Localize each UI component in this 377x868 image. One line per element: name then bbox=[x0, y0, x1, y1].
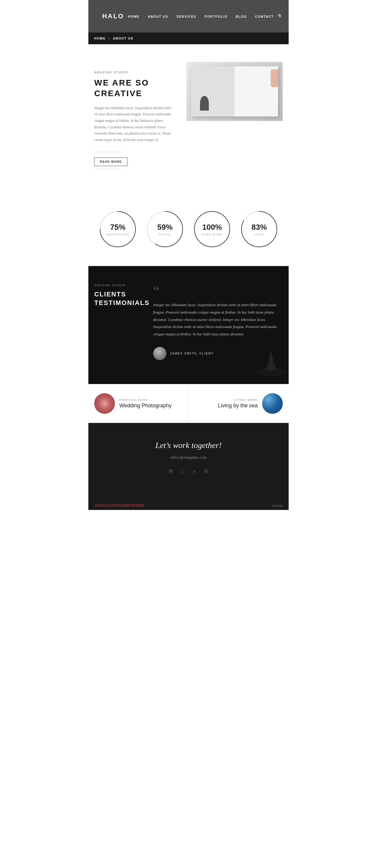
portfolio-next-thumb bbox=[262, 393, 283, 414]
breadcrumb-separator: / bbox=[109, 37, 110, 40]
book-hand bbox=[271, 69, 278, 87]
portfolio-prev-thumb bbox=[94, 393, 115, 414]
watermark-credit: Colorlib bbox=[272, 504, 283, 507]
author-avatar-inner bbox=[153, 347, 166, 360]
stat-item: 59% PEACE bbox=[146, 210, 184, 248]
search-icon[interactable]: 🔍 bbox=[278, 14, 283, 19]
nav-blog[interactable]: BLOG bbox=[236, 15, 247, 18]
portfolio-prev-label: PREVIOUS WORK bbox=[119, 399, 172, 401]
stat-label: HARD WORK bbox=[201, 233, 223, 236]
breadcrumb: HOME / ABOUT US bbox=[88, 32, 289, 44]
about-title-line1: WE ARE SO bbox=[94, 78, 149, 87]
testimonials-text: Integer nec bibendum lacus. Suspendisse … bbox=[153, 302, 283, 338]
about-title-line2: CREATIVE bbox=[94, 89, 143, 98]
pinterest-icon[interactable]: Ⓟ bbox=[168, 469, 174, 474]
about-image-placeholder bbox=[186, 62, 283, 121]
author-avatar bbox=[153, 347, 166, 360]
book-visual bbox=[191, 66, 278, 117]
nav-contact[interactable]: CONTACT bbox=[255, 15, 274, 18]
twitter-icon[interactable]: 𝕣 bbox=[192, 469, 197, 474]
spacer-stats bbox=[88, 175, 289, 192]
portfolio-prev-title: Wedding Photography bbox=[119, 403, 172, 409]
testimonials-section: AMAZING STUDIO CLIENTS TESTIMONIALS “ In… bbox=[88, 266, 289, 384]
read-more-button[interactable]: READ MORE bbox=[94, 157, 128, 166]
about-title: WE ARE SO CREATIVE bbox=[94, 78, 175, 99]
stat-item: 100% HARD WORK bbox=[193, 210, 231, 248]
breadcrumb-home[interactable]: HOME bbox=[94, 37, 106, 40]
portfolio-prev[interactable]: PREVIOUS WORK Wedding Photography bbox=[88, 384, 188, 423]
navbar: HALO HOME ABOUT US SERVICES PORTFOLIO BL… bbox=[88, 0, 289, 32]
portfolio-next[interactable]: LETEST WORK Living by the sea bbox=[188, 384, 289, 423]
portfolio-prev-text: PREVIOUS WORK Wedding Photography bbox=[119, 399, 172, 409]
portfolio-next-text: LETEST WORK Living by the sea bbox=[218, 399, 258, 409]
stat-label: LOVE bbox=[254, 233, 264, 236]
about-description: Integer nec bibendum lacus. Suspendisse … bbox=[94, 105, 175, 143]
about-image bbox=[186, 62, 283, 121]
stat-number: 83% bbox=[251, 223, 267, 232]
watermark-text: 访问化区论坛内容请勿转载到其他网站 bbox=[94, 503, 144, 507]
testimonials-title: CLIENTS TESTIMONIALS bbox=[94, 290, 141, 307]
testimonials-title-line2: TESTIMONIALS bbox=[94, 299, 149, 306]
footer-social: Ⓟ ⎕ 𝕣 Ⓐ bbox=[94, 469, 283, 474]
boat-decoration bbox=[253, 349, 289, 384]
quote-mark: “ bbox=[153, 284, 283, 299]
author-name: JAMES SMITH, CLIENT bbox=[170, 352, 213, 355]
about-text: AMAZING STUDIO WE ARE SO CREATIVE Intege… bbox=[94, 62, 175, 175]
stat-circle: 59% PEACE bbox=[146, 210, 184, 248]
book-figure bbox=[200, 96, 209, 111]
stat-circle: 75% INSPIRATION bbox=[99, 210, 137, 248]
book-left-page bbox=[191, 66, 234, 117]
about-label: AMAZING STUDIO bbox=[94, 71, 175, 74]
stat-number: 100% bbox=[202, 223, 222, 232]
portfolio-next-label: LETEST WORK bbox=[218, 399, 258, 401]
testimonials-title-line1: CLIENTS bbox=[94, 290, 126, 298]
thumb-flowers bbox=[94, 393, 115, 414]
thumb-sea bbox=[262, 393, 283, 414]
stat-circle: 100% HARD WORK bbox=[193, 210, 231, 248]
nav-about[interactable]: ABOUT US bbox=[148, 15, 168, 18]
footer-cta: Let’s work together! bbox=[94, 441, 283, 450]
nav-links: HOME ABOUT US SERVICES PORTFOLIO BLOG CO… bbox=[128, 13, 274, 19]
about-divider bbox=[94, 152, 121, 152]
breadcrumb-current: ABOUT US bbox=[113, 37, 133, 40]
nav-services[interactable]: SERVICES bbox=[176, 15, 196, 18]
stat-number: 75% bbox=[110, 223, 126, 232]
footer: Let’s work together! office@template.com… bbox=[88, 423, 289, 501]
spacer-top bbox=[88, 44, 289, 62]
testimonials-label: AMAZING STUDIO bbox=[94, 284, 141, 287]
watermark-bar: 访问化区论坛内容请勿转载到其他网站 Colorlib bbox=[88, 501, 289, 510]
about-section: AMAZING STUDIO WE ARE SO CREATIVE Intege… bbox=[88, 62, 289, 175]
footer-email[interactable]: office@template.com bbox=[94, 455, 283, 460]
testimonials-left: AMAZING STUDIO CLIENTS TESTIMONIALS bbox=[94, 284, 141, 366]
site-logo[interactable]: HALO bbox=[102, 12, 124, 20]
stat-item: 83% LOVE bbox=[240, 210, 278, 248]
portfolio-nav: PREVIOUS WORK Wedding Photography LETEST… bbox=[88, 384, 289, 423]
stat-label: INSPIRATION bbox=[106, 233, 130, 236]
stat-circle: 83% LOVE bbox=[240, 210, 278, 248]
nav-portfolio[interactable]: PORTFOLIO bbox=[205, 15, 228, 18]
book-right-page bbox=[234, 66, 278, 117]
stat-label: PEACE bbox=[159, 233, 171, 236]
stat-number: 59% bbox=[157, 223, 173, 232]
stats-section: 75% INSPIRATION 59% PEACE 100% HARD WORK bbox=[88, 192, 289, 266]
stat-item: 75% INSPIRATION bbox=[99, 210, 137, 248]
portfolio-next-title: Living by the sea bbox=[218, 403, 258, 409]
facebook-icon[interactable]: ⎕ bbox=[180, 469, 185, 474]
instagram-icon[interactable]: Ⓐ bbox=[203, 469, 209, 474]
nav-home[interactable]: HOME bbox=[128, 15, 140, 18]
